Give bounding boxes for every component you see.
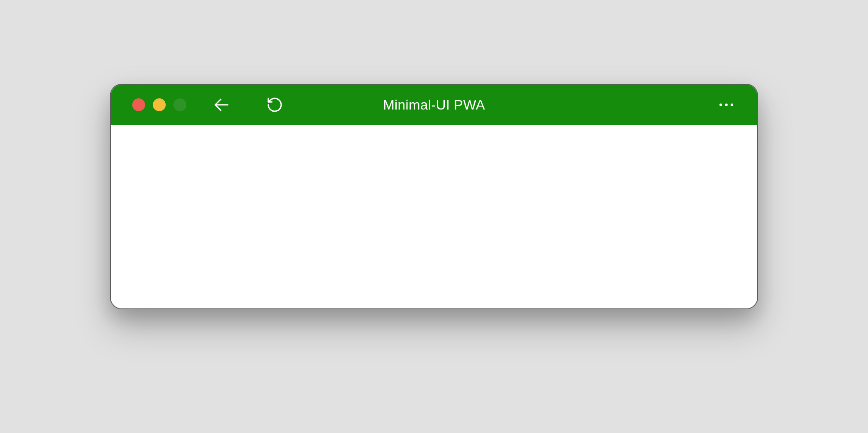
reload-icon <box>266 96 283 113</box>
app-window: Minimal-UI PWA <box>110 84 758 309</box>
zoom-button[interactable] <box>173 98 186 111</box>
back-button[interactable] <box>212 95 231 114</box>
titlebar: Minimal-UI PWA <box>111 85 757 125</box>
arrow-left-icon <box>212 95 231 114</box>
close-button[interactable] <box>132 98 145 111</box>
content-area <box>111 125 757 308</box>
reload-button[interactable] <box>265 95 284 114</box>
menu-button[interactable] <box>717 95 736 114</box>
window-title: Minimal-UI PWA <box>383 97 485 113</box>
window-controls <box>132 98 186 111</box>
minimize-button[interactable] <box>153 98 166 111</box>
nav-controls <box>212 95 284 114</box>
more-icon <box>719 104 733 106</box>
